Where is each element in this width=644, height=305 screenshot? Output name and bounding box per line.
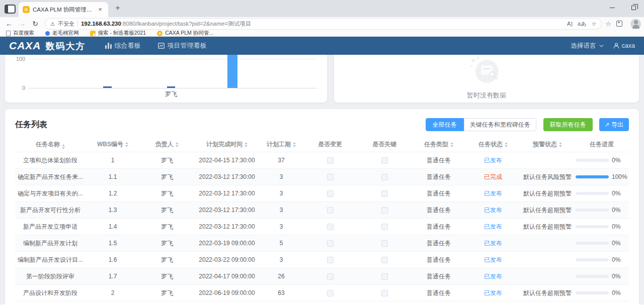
progress-cell: 0% xyxy=(575,190,629,197)
bookmarks-bar: 百度搜索老毛桃官网搜索 - 制造看板2021CAXA PLM 协同管... xyxy=(0,30,644,37)
user-menu[interactable]: caxa xyxy=(613,42,635,49)
checkbox[interactable] xyxy=(327,174,334,180)
nav-item-dashboard[interactable]: 综合看板 xyxy=(105,41,141,50)
task-type-cell: 普通任务 xyxy=(412,189,466,198)
checkbox[interactable] xyxy=(381,240,388,247)
favorite-star-icon[interactable]: ☆ xyxy=(591,21,596,27)
bookmark-item[interactable]: CAXA PLM 协同管... xyxy=(157,30,213,37)
is-changed-cell xyxy=(303,207,357,214)
filter-all-tasks-button[interactable]: 全部任务 xyxy=(426,118,464,131)
sort-icon[interactable] xyxy=(245,142,248,147)
checkbox[interactable] xyxy=(381,174,388,180)
sort-icon[interactable] xyxy=(62,144,65,149)
browser-tabstrip: CAXA PLM 协同管理 2021 × + xyxy=(0,0,644,17)
bookmark-item[interactable]: 百度搜索 xyxy=(6,30,34,37)
sort-icon[interactable] xyxy=(559,142,562,147)
column-header[interactable]: 任务状态 xyxy=(466,140,520,149)
checkbox[interactable] xyxy=(381,157,388,164)
warning-cell: 默认任务超期预警 xyxy=(520,289,575,297)
minimize-button[interactable] xyxy=(602,0,623,15)
column-header[interactable]: 计划工期 xyxy=(260,140,303,149)
checkbox[interactable] xyxy=(327,240,334,247)
forward-icon[interactable]: → xyxy=(16,18,28,29)
task-type-cell: 普通任务 xyxy=(412,272,466,281)
progress-value: 0% xyxy=(612,207,629,214)
plan-finish-cell: 2022-06-19 09:00:00 xyxy=(194,289,260,296)
checkbox[interactable] xyxy=(327,190,334,197)
status-cell: 已发布 xyxy=(466,289,520,297)
wbs-cell: 1.1 xyxy=(86,173,140,180)
read-aloud-icon[interactable]: A) xyxy=(567,21,573,27)
export-button[interactable]: ↗ 导出 xyxy=(599,118,629,131)
restore-button[interactable] xyxy=(623,0,644,15)
is-changed-cell xyxy=(303,224,357,230)
task-actions: 全部任务 关键任务和里程碑任务 获取所有任务 ↗ 导出 xyxy=(426,118,629,131)
checkbox[interactable] xyxy=(327,273,334,280)
sort-icon[interactable] xyxy=(450,142,453,147)
checkbox[interactable] xyxy=(381,207,388,214)
fetch-all-tasks-button[interactable]: 获取所有任务 xyxy=(543,118,593,131)
progress-bar xyxy=(576,159,609,162)
favorites-bar-icon[interactable]: ☆ xyxy=(605,20,611,28)
table-row[interactable]: 确定与开发项目有关的...1.2罗飞2022-03-12 17:30:003普通… xyxy=(15,185,629,202)
duration-cell: 5 xyxy=(260,240,303,247)
progress-cell: 0% xyxy=(575,223,629,230)
column-header[interactable]: 任务类型 xyxy=(412,140,466,149)
tab-title: CAXA PLM 协同管理 2021 xyxy=(33,6,93,14)
column-header[interactable]: WBS编号 xyxy=(86,140,140,149)
table-row[interactable]: 第一阶段阶段评审1.7罗飞2022-04-17 09:00:0026普通任务已发… xyxy=(15,268,629,285)
table-row[interactable]: 确定新产品开发任务来...1.1罗飞2022-03-12 17:30:003普通… xyxy=(15,169,629,185)
url-text: 192.168.63.230:8080/lkanban/project/task… xyxy=(81,20,564,28)
translate-icon[interactable]: aあ xyxy=(578,20,586,28)
progress-bar xyxy=(576,275,609,278)
table-row[interactable]: 产品设计和开发阶段2罗飞2022-06-19 09:00:0063普通任务已发布… xyxy=(15,285,629,301)
sort-icon[interactable] xyxy=(293,142,296,147)
column-header[interactable]: 任务名称 xyxy=(15,136,86,153)
browser-tab[interactable]: CAXA PLM 协同管理 2021 × xyxy=(19,2,108,17)
checkbox[interactable] xyxy=(327,207,334,214)
checkbox[interactable] xyxy=(381,224,388,230)
language-selector[interactable]: 选择语言 xyxy=(571,42,602,50)
sort-icon[interactable] xyxy=(505,142,508,147)
bookmark-item[interactable]: 搜索 - 制造看板2021 xyxy=(90,30,146,37)
column-header: 是否关键 xyxy=(357,140,412,149)
status-text: 已发布 xyxy=(484,206,502,215)
column-header[interactable]: 负责人 xyxy=(140,140,194,149)
caxa-logo[interactable]: CAXA 数码大方 xyxy=(9,40,86,52)
checkbox[interactable] xyxy=(327,157,334,164)
user-name: caxa xyxy=(622,42,635,49)
checkbox[interactable] xyxy=(327,290,334,296)
checkbox[interactable] xyxy=(327,257,334,263)
column-header[interactable]: 计划完成时间 xyxy=(194,140,260,149)
progress-value: 0% xyxy=(612,157,629,164)
address-bar[interactable]: ⚠ 不安全 192.168.63.230:8080/lkanban/projec… xyxy=(45,19,601,29)
table-row[interactable]: 编制新产品开发计划1.5罗飞2022-03-19 09:00:005普通任务已发… xyxy=(15,235,629,252)
column-header-label: 是否关键 xyxy=(372,140,396,149)
browser-profile-avatar[interactable] xyxy=(630,19,641,29)
is-changed-cell xyxy=(303,290,357,296)
checkbox[interactable] xyxy=(381,257,388,263)
back-icon[interactable]: ← xyxy=(3,18,15,29)
table-row[interactable]: 新产品开发立项申请1.4罗飞2022-03-12 17:30:003普通任务已发… xyxy=(15,219,629,235)
new-tab-icon[interactable]: + xyxy=(111,2,124,15)
collections-icon[interactable] xyxy=(616,21,622,27)
table-row[interactable]: 立项和总体策划阶段1罗飞2022-04-15 17:30:0037普通任务已发布… xyxy=(15,152,629,169)
progress-value: 0% xyxy=(612,256,629,263)
checkbox[interactable] xyxy=(381,190,388,197)
bookmark-item[interactable]: 老毛桃官网 xyxy=(45,30,79,37)
sort-icon[interactable] xyxy=(176,142,179,147)
sort-icon[interactable] xyxy=(125,142,128,147)
nav-item-project-board[interactable]: 项目管理看板 xyxy=(158,41,207,50)
column-header[interactable]: 预警状态 xyxy=(520,140,575,149)
tab-favicon-icon xyxy=(23,6,30,13)
filter-key-milestone-button[interactable]: 关键任务和里程碑任务 xyxy=(464,118,536,131)
bookmark-label: 搜索 - 制造看板2021 xyxy=(98,30,146,37)
checkbox[interactable] xyxy=(381,273,388,280)
table-row[interactable]: 新产品开发可行性分析1.3罗飞2022-03-12 17:30:003普通任务已… xyxy=(15,202,629,219)
refresh-icon[interactable]: ↻ xyxy=(29,18,41,29)
tab-close-icon[interactable]: × xyxy=(96,6,104,14)
table-row[interactable]: 编制新产品开发设计目...1.6罗飞2022-03-22 09:00:003普通… xyxy=(15,252,629,268)
checkbox[interactable] xyxy=(327,224,334,230)
checkbox[interactable] xyxy=(381,290,388,296)
tab-layout-icon[interactable] xyxy=(5,5,16,14)
